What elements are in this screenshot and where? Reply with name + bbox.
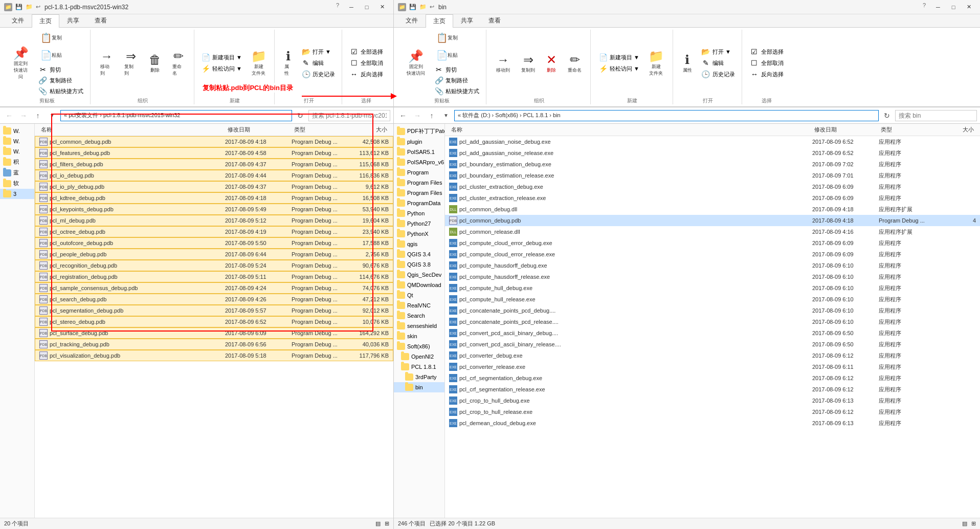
right-maximize-btn[interactable]: □ (946, 2, 961, 12)
right-invertsel-btn[interactable]: ↔ 反向选择 (747, 69, 786, 79)
right-recent-btn[interactable]: ▼ (440, 109, 452, 122)
right-file-row[interactable]: EXE pcl_convert_pcd_ascii_binary_debug..… (445, 327, 980, 339)
left-back-btn[interactable]: ← (3, 109, 15, 122)
right-search-input[interactable] (895, 110, 977, 121)
left-file-row[interactable]: PDB pcl_io_ply_debug.pdb 2017-08-09 4:37… (35, 181, 393, 192)
right-rename-btn[interactable]: ✏ 重命名 (563, 50, 586, 76)
right-col-type[interactable]: 类型 (879, 125, 935, 135)
right-copy-btn[interactable]: 📋 复制 (432, 30, 482, 46)
right-sidebar-realvnc[interactable]: RealVNC (394, 300, 444, 311)
left-selectall-btn[interactable]: ☑ 全部选择 (347, 47, 386, 57)
right-col-name[interactable]: 名称 (449, 125, 812, 135)
right-file-row[interactable]: EXE pcl_concatenate_points_pcd_debug....… (445, 305, 980, 316)
right-sidebar-softx86[interactable]: Soft(x86) (394, 341, 444, 351)
left-file-row[interactable]: PDB pcl_io_debug.pdb 2017-08-09 4:44 Pro… (35, 170, 393, 181)
right-file-row[interactable]: EXE pcl_cluster_extraction_release.exe 2… (445, 192, 980, 204)
right-history-btn[interactable]: 🕒 历史记录 (699, 69, 738, 79)
right-sidebar-pdf[interactable]: PDF补丁丁Patc (394, 126, 444, 137)
left-history-btn[interactable]: 🕒 历史记录 (299, 69, 338, 79)
left-sidebar-w2[interactable]: W. (0, 136, 34, 146)
left-file-row[interactable]: PDB pcl_keypoints_debug.pdb 2017-08-09 5… (35, 204, 393, 215)
left-up-btn[interactable]: ↑ (32, 109, 44, 122)
right-col-date[interactable]: 修改日期 (812, 125, 879, 135)
right-file-row[interactable]: EXE pcl_crop_to_hull_debug.exe 2017-08-0… (445, 395, 980, 406)
right-file-row[interactable]: EXE pcl_crf_segmentation_release.exe 201… (445, 384, 980, 395)
right-copyto-btn[interactable]: ⇒ 复制到 (517, 50, 540, 76)
left-forward-btn[interactable]: → (17, 109, 30, 122)
right-pin-btn[interactable]: 📌 固定到快速访问 (402, 47, 430, 79)
right-moveto-btn[interactable]: → 移动到 (492, 50, 515, 76)
right-newfolder-btn[interactable]: 📁 新建文件夹 (644, 47, 669, 79)
left-view-icon1[interactable]: ▤ (375, 520, 381, 527)
left-invertsel-btn[interactable]: ↔ 反向选择 (347, 69, 386, 79)
left-file-row[interactable]: PDB pcl_segmentation_debug.pdb 2017-08-0… (35, 305, 393, 316)
left-col-size[interactable]: 大小 (348, 125, 389, 135)
right-easyaccess-btn[interactable]: ⚡ 轻松访问 ▼ (596, 63, 642, 74)
right-file-row[interactable]: EXE pcl_concatenate_points_pcd_release..… (445, 316, 980, 327)
right-paste-btn[interactable]: 📄 粘贴 (432, 47, 482, 63)
right-open-btn[interactable]: 📂 打开 ▼ (699, 47, 738, 57)
right-sidebar-pythonx[interactable]: PythonX (394, 229, 444, 239)
right-sidebar-qgis[interactable]: qgis (394, 239, 444, 249)
right-sidebar-qgis34[interactable]: QGIS 3.4 (394, 249, 444, 259)
right-sidebar-search[interactable]: Search (394, 311, 444, 321)
left-copy-btn[interactable]: 📋 复制 (36, 30, 86, 46)
left-sidebar-3[interactable]: 3 (0, 189, 34, 199)
right-forward-btn[interactable]: → (411, 109, 424, 122)
right-file-row[interactable]: EXE pcl_compute_hull_debug.exe 2017-08-0… (445, 282, 980, 294)
left-file-row[interactable]: PDB pcl_octree_debug.pdb 2017-08-09 4:19… (35, 226, 393, 237)
right-file-row[interactable]: EXE pcl_add_gaussian_noise_debug.exe 201… (445, 136, 980, 147)
right-sidebar-pcl181[interactable]: PCL 1.8.1 (394, 362, 444, 372)
right-sidebar-qgis38[interactable]: QGIS 3.8 (394, 259, 444, 270)
right-file-row[interactable]: EXE pcl_compute_hull_release.exe 2017-08… (445, 294, 980, 305)
right-shortcut-btn[interactable]: 📎 粘贴快捷方式 (432, 86, 482, 96)
right-sidebar-python27[interactable]: Python27 (394, 218, 444, 229)
right-file-row[interactable]: DLL pcl_common_release.dll 2017-08-09 4:… (445, 226, 980, 237)
left-file-row[interactable]: PDB pcl_search_debug.pdb 2017-08-09 4:26… (35, 294, 393, 305)
left-sidebar-soft[interactable]: 软 (0, 178, 34, 189)
left-file-row[interactable]: PDB pcl_outofcore_debug.pdb 2017-08-09 5… (35, 237, 393, 249)
right-refresh-btn[interactable]: ↻ (881, 109, 893, 122)
left-copyto-btn[interactable]: ⇒ 复制到 (120, 47, 142, 79)
left-copypath-btn[interactable]: 🔗 复制路径 (36, 75, 86, 85)
left-minimize-btn[interactable]: ─ (344, 2, 359, 12)
right-file-row[interactable]: EXE pcl_cluster_extraction_debug.exe 201… (445, 181, 980, 192)
right-file-row[interactable]: DLL pcl_common_debug.dll 2017-08-09 4:18… (445, 204, 980, 215)
left-sidebar-stack[interactable]: 积 (0, 157, 34, 167)
left-file-row[interactable]: PDB pcl_ml_debug.pdb 2017-08-09 5:12 Pro… (35, 215, 393, 226)
right-sidebar-qmdownload[interactable]: QMDownload (394, 280, 444, 290)
right-file-row[interactable]: EXE pcl_compute_cloud_error_debug.exe 20… (445, 237, 980, 249)
left-newitem-btn[interactable]: 📄 新建项目 ▼ (198, 52, 244, 62)
right-file-row[interactable]: EXE pcl_add_gaussian_noise_release.exe 2… (445, 147, 980, 159)
left-sidebar-w1[interactable]: W. (0, 126, 34, 136)
right-sidebar-python[interactable]: Python (394, 208, 444, 218)
right-address-input[interactable] (454, 110, 879, 121)
right-file-row[interactable]: EXE pcl_converter_release.exe 2017-08-09… (445, 361, 980, 372)
right-sidebar-3rdparty[interactable]: 3rdParty (394, 372, 444, 382)
right-file-row[interactable]: EXE pcl_converter_debug.exe 2017-08-09 6… (445, 350, 980, 361)
right-file-row[interactable]: EXE pcl_boundary_estimation_release.exe … (445, 170, 980, 181)
right-view-icon1[interactable]: ▤ (962, 520, 967, 527)
left-rename-btn[interactable]: ✏ 重命名 (168, 47, 190, 79)
right-file-row[interactable]: EXE pcl_crf_segmentation_debug.exe 2017-… (445, 372, 980, 384)
left-file-row[interactable]: PDB pcl_common_debug.pdb 2017-08-09 4:18… (35, 136, 393, 147)
left-file-row[interactable]: PDB pcl_registration_debug.pdb 2017-08-0… (35, 271, 393, 282)
left-file-row[interactable]: PDB pcl_stereo_debug.pdb 2017-08-09 6:52… (35, 316, 393, 327)
right-tab-home[interactable]: 主页 (426, 14, 453, 28)
left-view-icon2[interactable]: ⊞ (385, 520, 389, 527)
right-close-btn[interactable]: ✕ (962, 2, 976, 12)
right-selectnone-btn[interactable]: ☐ 全部取消 (747, 58, 786, 68)
right-file-row[interactable]: EXE pcl_compute_hausdorff_release.exe 20… (445, 271, 980, 282)
right-file-row[interactable]: EXE pcl_crop_to_hull_release.exe 2017-08… (445, 406, 980, 417)
right-sidebar-openni2[interactable]: OpenNI2 (394, 351, 444, 362)
left-file-row[interactable]: PDB pcl_sample_consensus_debug.pdb 2017-… (35, 282, 393, 294)
left-refresh-btn[interactable]: ↻ (294, 109, 306, 122)
left-delete-btn[interactable]: 🗑 删除 (144, 50, 166, 76)
right-file-row[interactable]: PDB pcl_common_debug.pdb 2017-08-09 4:18… (445, 215, 980, 226)
right-sidebar-skin[interactable]: skin (394, 331, 444, 341)
right-sidebar-qgissecdev[interactable]: Qgis_SecDev (394, 270, 444, 280)
left-file-row[interactable]: PDB pcl_visualization_debug.pdb 2017-08-… (35, 350, 393, 361)
right-sidebar-polsarpro[interactable]: PolSARpro_v6 (394, 157, 444, 167)
left-sidebar-w3[interactable]: W. (0, 146, 34, 157)
right-properties-btn[interactable]: ℹ 属性 (678, 50, 697, 76)
